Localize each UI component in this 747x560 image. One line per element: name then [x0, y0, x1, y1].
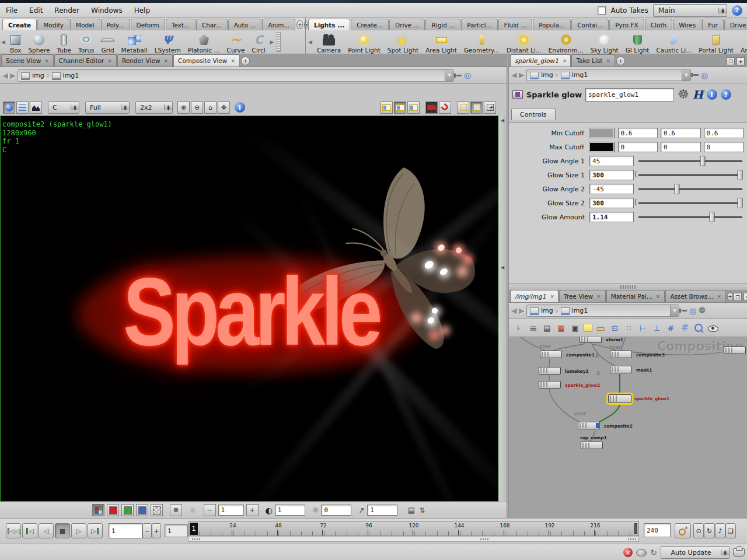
breadcrumb-dropdown-icon[interactable]: ▼: [682, 69, 690, 80]
collapse-icon[interactable]: ◀: [501, 265, 504, 270]
menu-item[interactable]: Windows: [85, 6, 128, 15]
guides-icon[interactable]: [16, 102, 29, 114]
grid-quad-icon[interactable]: [470, 102, 483, 114]
audio-icon[interactable]: ♪: [715, 523, 725, 538]
network-tool-icon[interactable]: [623, 323, 634, 334]
shelf-tool[interactable]: Grid: [98, 30, 118, 54]
channel-blue-icon[interactable]: [136, 504, 148, 516]
info-icon[interactable]: i: [235, 102, 245, 113]
home-view-icon[interactable]: ⌂: [204, 102, 217, 114]
resolution-select[interactable]: Full▲▼: [85, 102, 130, 114]
frame-minus-icon[interactable]: −: [142, 523, 152, 538]
network-tool-icon[interactable]: [556, 323, 567, 334]
shelf-tool[interactable]: Tube: [53, 30, 75, 54]
error-icon[interactable]: ×: [623, 548, 633, 557]
shelf-tab[interactable]: Poly...: [101, 19, 130, 30]
help-icon[interactable]: ?: [721, 89, 731, 100]
go-start-icon[interactable]: ◁◁: [6, 523, 21, 538]
network-tool-icon[interactable]: [637, 323, 648, 334]
shelf-tool[interactable]: Caustic Li...: [652, 30, 695, 54]
value-field[interactable]: 45: [589, 156, 634, 166]
pane-tab[interactable]: /img/img1×: [510, 290, 558, 302]
play-icon[interactable]: ▷: [71, 523, 86, 538]
channel-rgba-icon[interactable]: [92, 504, 104, 516]
value-field[interactable]: 1.14: [589, 212, 634, 222]
shelf-tool[interactable]: Sphere: [25, 30, 53, 54]
scroll-left-icon[interactable]: ◀: [0, 39, 6, 45]
parameter-slider[interactable]: [638, 156, 742, 166]
shelf-tab[interactable]: Pyro FX: [609, 19, 644, 30]
breadcrumb-dropdown-icon[interactable]: ▼: [670, 305, 679, 316]
layout-quad-icon[interactable]: [407, 102, 420, 114]
shelf-tab[interactable]: Modify: [37, 19, 69, 30]
breadcrumb-item[interactable]: img: [541, 307, 553, 314]
go-end-icon[interactable]: ▷: [88, 523, 103, 538]
value-field[interactable]: -45: [589, 184, 634, 194]
breadcrumb-dropdown-icon[interactable]: ▼: [445, 70, 453, 81]
brightness-field[interactable]: 1: [218, 505, 244, 516]
add-pane-tab-icon[interactable]: +: [241, 57, 250, 65]
shelf-tab[interactable]: Cloth: [645, 19, 672, 30]
network-tool-icon[interactable]: [595, 323, 606, 334]
back-icon[interactable]: ◀: [511, 306, 517, 315]
spinner-icon[interactable]: ▲▼: [718, 8, 727, 13]
close-tab-icon[interactable]: ×: [107, 58, 112, 64]
shelf-tool[interactable]: Metaball: [118, 30, 151, 54]
shelf-tab[interactable]: Create...: [351, 19, 389, 30]
shelf-tab[interactable]: Rigid ...: [425, 19, 460, 30]
cook-pot-icon[interactable]: [733, 548, 745, 557]
pin-icon[interactable]: [681, 307, 687, 314]
shelf-tool[interactable]: Platonic ...: [184, 30, 224, 54]
shelf-tab[interactable]: Lights ...: [308, 19, 350, 30]
back-icon[interactable]: ◀: [2, 71, 8, 80]
current-frame-marker[interactable]: 1: [190, 523, 198, 535]
pane-tab[interactable]: Take List×: [571, 54, 615, 66]
shelf-grip[interactable]: [277, 32, 281, 52]
shelf-tool[interactable]: Ambient L...: [737, 30, 747, 54]
shelf-tab[interactable]: Model: [70, 19, 100, 30]
network-node[interactable]: [724, 346, 746, 354]
display-options-gear-icon[interactable]: ☸: [170, 504, 182, 516]
gear-icon[interactable]: ☸: [698, 306, 706, 315]
info-icon[interactable]: i: [707, 89, 717, 100]
network-node[interactable]: sparkle_glow1: [608, 394, 631, 403]
shelf-tool[interactable]: Sky Light: [587, 30, 622, 54]
breadcrumb[interactable]: img › img1 ▼: [18, 69, 454, 82]
pane-resize-handle[interactable]: [509, 283, 747, 290]
shelf-tab[interactable]: Text...: [166, 19, 196, 30]
scroll-left-icon[interactable]: ◀: [307, 39, 313, 45]
shelf-tab[interactable]: Wires: [673, 19, 701, 30]
parameter-slider[interactable]: [638, 212, 742, 222]
shelf-tab[interactable]: Auto ...: [228, 19, 262, 30]
step-back-icon[interactable]: ◁: [22, 523, 37, 538]
slider-handle[interactable]: [674, 184, 679, 194]
pane-tab[interactable]: Render View×: [117, 54, 173, 66]
network-tool-icon[interactable]: [584, 324, 592, 332]
shelf-tab[interactable]: Fluid ...: [498, 19, 533, 30]
plane-select[interactable]: C▲▼: [48, 102, 79, 114]
network-node[interactable]: composite2: [578, 422, 600, 429]
close-tab-icon[interactable]: ×: [656, 293, 661, 299]
value-field[interactable]: 0.6: [704, 128, 744, 138]
menu-item[interactable]: Help: [128, 6, 156, 15]
crosshair-icon[interactable]: [484, 102, 496, 114]
channel-red-icon[interactable]: [107, 504, 119, 516]
take-selector[interactable]: Main ▲▼: [653, 4, 727, 17]
radial-menu-icon[interactable]: ◎: [689, 307, 696, 315]
shelf-tool[interactable]: GI Light: [622, 30, 653, 54]
update-mode-select[interactable]: Auto Update ▲▼: [661, 546, 729, 559]
network-node[interactable]: mask1: [610, 366, 632, 373]
shelf-tool[interactable]: Geometry...: [460, 30, 503, 54]
pane-menu-icon[interactable]: ▼: [736, 57, 745, 65]
shelf-menu-icon[interactable]: ▼: [304, 20, 308, 29]
add-pane-tab-icon[interactable]: +: [727, 292, 733, 301]
scroll-right-icon[interactable]: ▶: [269, 39, 275, 45]
menu-item[interactable]: Render: [48, 6, 85, 15]
shelf-tool[interactable]: Torus: [75, 30, 98, 54]
back-icon[interactable]: ◀: [511, 71, 517, 79]
value-field[interactable]: 0.6: [618, 128, 658, 138]
network-tool-icon[interactable]: [528, 323, 539, 334]
timeline-scrollbar[interactable]: [188, 537, 639, 542]
pane-tab[interactable]: Channel Editor×: [54, 54, 117, 66]
loop-mode-icon[interactable]: ↻: [704, 523, 715, 538]
